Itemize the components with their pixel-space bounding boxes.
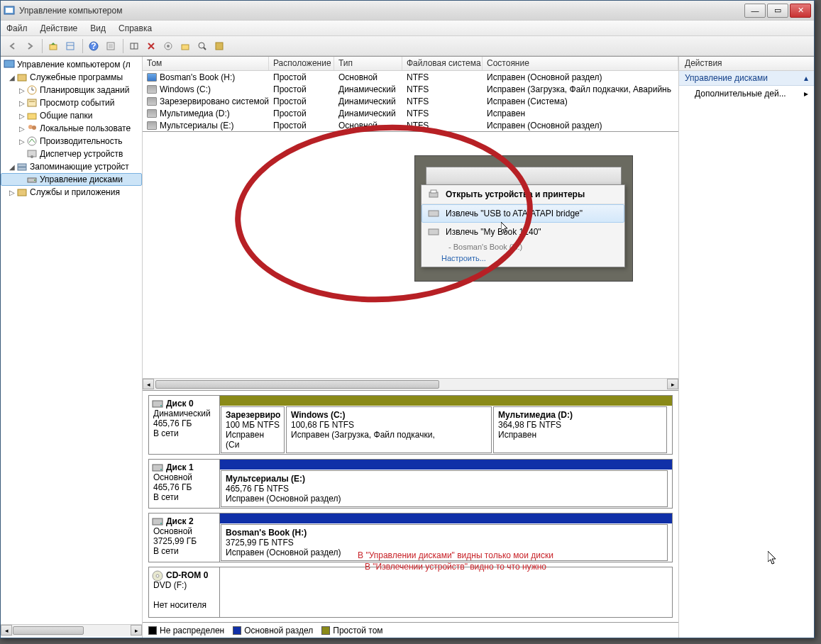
tb-icon-2[interactable]	[143, 38, 158, 53]
partition[interactable]: Мультсериалы (E:)465,76 ГБ NTFSИсправен …	[221, 470, 668, 507]
perf-icon	[26, 135, 38, 147]
disk-panel[interactable]: Диск 0 Динамический465,76 ГБВ сетиЗарезе…	[148, 395, 673, 455]
tree-users[interactable]: ▷ Локальные пользовате	[1, 122, 142, 135]
actions-more[interactable]: Дополнительные дей... ▸	[679, 86, 814, 101]
tree-devmgr[interactable]: Диспетчер устройств	[1, 148, 142, 160]
storage-icon	[16, 161, 28, 172]
volume-row[interactable]: Мультимедиа (D:) Простой Динамический NT…	[143, 107, 678, 119]
partition[interactable]: Зарезервиро100 МБ NTFSИсправен (Си	[221, 406, 285, 453]
back-button[interactable]	[5, 38, 20, 53]
tb-icon-5[interactable]	[194, 38, 209, 53]
svg-rect-38	[429, 229, 439, 235]
tb-icon-6[interactable]	[211, 38, 226, 53]
tree-shared[interactable]: ▷ Общие папки	[1, 109, 142, 122]
printers-icon	[427, 189, 440, 200]
menu-file[interactable]: Файл	[6, 23, 28, 33]
minimize-button[interactable]: —	[744, 4, 766, 18]
svg-point-44	[160, 523, 162, 524]
disk-panel[interactable]: CD-ROM 0 DVD (F:)Нет носителя	[148, 567, 673, 618]
disk-info: Диск 0 Динамический465,76 ГБВ сети	[149, 396, 220, 454]
menu-bar: Файл Действие Вид Справка	[1, 21, 814, 36]
eject-popup-screenshot: Открыть устройства и принтеры Извлечь "U…	[414, 155, 633, 282]
popup-taskbar	[426, 167, 622, 187]
actions-section[interactable]: Управление дисками ▴	[679, 71, 814, 86]
menu-view[interactable]: Вид	[90, 23, 106, 33]
col-fs[interactable]: Файловая система	[402, 57, 483, 70]
center-scrollbar[interactable]: ◂ ▸	[143, 378, 678, 390]
hdd-icon	[152, 462, 163, 472]
col-type[interactable]: Тип	[334, 57, 402, 70]
svg-point-25	[28, 125, 33, 129]
col-layout[interactable]: Расположение	[269, 57, 334, 70]
svg-rect-36	[431, 190, 436, 193]
actions-pane: Действия Управление дисками ▴ Дополнител…	[679, 57, 814, 638]
col-volume[interactable]: Том	[143, 57, 269, 70]
popup-setup-link[interactable]: Настроить...	[421, 252, 624, 267]
toolbar: ?	[1, 36, 814, 56]
tree-scrollbar[interactable]: ◂ ▸	[1, 624, 142, 636]
svg-point-27	[28, 137, 36, 145]
svg-rect-16	[216, 43, 223, 50]
hdd-icon	[152, 399, 163, 409]
help-button[interactable]: ?	[86, 38, 101, 53]
partition[interactable]: Мультимедиа (D:)364,98 ГБ NTFSИсправен	[493, 406, 667, 453]
mouse-cursor-icon	[768, 551, 778, 565]
volume-row[interactable]: Windows (C:) Простой Динамический NTFS И…	[143, 83, 678, 95]
volume-row[interactable]: Bosman's Book (H:) Простой Основной NTFS…	[143, 71, 678, 83]
tree-services[interactable]: ▷ Службы и приложения	[1, 186, 142, 199]
tree-events[interactable]: ▷ Просмотр событий	[1, 96, 142, 109]
title-bar[interactable]: Управление компьютером — ▭ ✕	[1, 1, 814, 21]
users-icon	[26, 123, 38, 134]
tree-storage[interactable]: ◢ Запоминающие устройст	[1, 160, 142, 173]
tree-root[interactable]: Управление компьютером (л	[1, 58, 142, 71]
tb-icon-3[interactable]	[160, 38, 175, 53]
tree-system-tools[interactable]: ◢ Служебные программы	[1, 71, 142, 84]
devmgr-icon	[26, 148, 38, 160]
annotation-text: В "Управлении дисками" видны только мои …	[236, 550, 676, 572]
tb-icon-1[interactable]	[126, 38, 141, 53]
tree-scheduler[interactable]: ▷ Планировщик заданий	[1, 84, 142, 96]
svg-rect-1	[6, 8, 13, 13]
tree-diskmgmt[interactable]: Управление дисками	[1, 173, 142, 186]
col-status[interactable]: Состояние	[483, 57, 678, 70]
chevron-right-icon: ▸	[804, 89, 808, 99]
menu-help[interactable]: Справка	[119, 23, 152, 33]
disk-info: Диск 1 Основной465,76 ГБВ сети	[149, 460, 220, 508]
folder-shared-icon	[26, 110, 38, 121]
properties-button[interactable]	[62, 38, 77, 53]
cdrom-icon	[152, 570, 163, 580]
svg-rect-31	[18, 167, 26, 170]
svg-rect-8	[109, 44, 113, 48]
maximize-button[interactable]: ▭	[767, 4, 788, 18]
svg-point-14	[199, 43, 204, 48]
clock-icon	[26, 84, 38, 96]
volume-table: Том Расположение Тип Файловая система Со…	[143, 57, 678, 132]
svg-rect-18	[18, 74, 26, 81]
popup-open-devices[interactable]: Открыть устройства и принтеры	[421, 185, 624, 204]
disk-panels: Диск 0 Динамический465,76 ГБВ сетиЗарезе…	[143, 391, 678, 622]
disk-info: CD-ROM 0 DVD (F:)Нет носителя	[149, 567, 220, 617]
up-button[interactable]	[45, 38, 60, 53]
svg-rect-13	[182, 45, 189, 50]
refresh-button[interactable]	[103, 38, 118, 53]
actions-header: Действия	[679, 57, 814, 71]
svg-line-15	[204, 48, 206, 50]
partition[interactable]: Windows (C:)100,68 ГБ NTFSИсправен (Загр…	[286, 406, 492, 453]
svg-rect-24	[28, 113, 36, 119]
app-window: Управление компьютером — ▭ ✕ Файл Действ…	[0, 0, 815, 638]
popup-eject-mybook[interactable]: Извлечь "My Book 1140"	[421, 223, 624, 241]
hdd-icon	[152, 516, 163, 526]
volume-row[interactable]: Зарезервировано системой Простой Динамич…	[143, 95, 678, 107]
menu-action[interactable]: Действие	[40, 23, 78, 33]
nav-tree: Управление компьютером (л ◢ Служебные пр…	[1, 57, 143, 638]
popup-eject-usb[interactable]: Извлечь "USB to ATA/ATAPI bridge"	[421, 204, 624, 223]
tree-perf[interactable]: ▷ Производительность	[1, 135, 142, 148]
svg-point-33	[34, 179, 35, 181]
tb-icon-4[interactable]	[177, 38, 192, 53]
volume-row[interactable]: Мультсериалы (E:) Простой Основной NTFS …	[143, 119, 678, 131]
close-button[interactable]: ✕	[790, 4, 811, 18]
eject-popup-menu: Открыть устройства и принтеры Извлечь "U…	[421, 184, 625, 267]
legend: Не распределен Основной раздел Простой т…	[143, 622, 678, 638]
disk-panel[interactable]: Диск 1 Основной465,76 ГБВ сетиМультсериа…	[148, 459, 673, 509]
forward-button[interactable]	[22, 38, 37, 53]
